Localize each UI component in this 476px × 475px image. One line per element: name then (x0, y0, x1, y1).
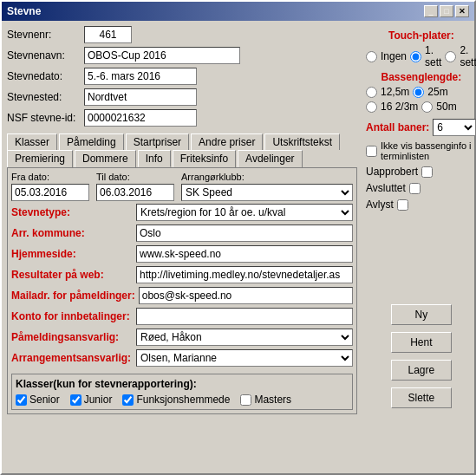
main-content: Stevnenr: Stevnenavn: Stevnedato: Stevne… (2, 21, 474, 473)
buttons-col: Ny Hent Lagre Slette (362, 218, 476, 408)
touch-ingen-radio[interactable] (366, 51, 377, 62)
ny-button[interactable]: Ny (391, 304, 452, 325)
nsfid-label: NSF stevne-id: (7, 112, 81, 124)
basseng-50-label: 50m (436, 101, 456, 113)
info-content: Fra dato: Til dato: Arrangørklubb: SK S (11, 172, 353, 410)
fra-dato-group: Fra dato: (11, 172, 89, 201)
tab-premiering[interactable]: Premiering (7, 150, 73, 167)
tab-klasser[interactable]: Klasser (7, 133, 57, 150)
klasser-junior-text: Junior (84, 394, 113, 406)
antall-baner-label: Antall baner: (366, 121, 429, 133)
touch-ingen-label: Ingen (381, 50, 407, 62)
basseng-row-2: 16 2/3m 50m (366, 101, 476, 113)
touch-ett-sett-radio[interactable] (410, 51, 421, 62)
arrangement-ansvarlig-label: Arrangementsansvarlig: (11, 352, 133, 364)
klasser-masters-checkbox[interactable] (240, 394, 251, 406)
klasser-checkboxes: Senior Junior Funksjonshemmede (16, 394, 349, 406)
fra-dato-input[interactable] (11, 184, 89, 201)
klasser-junior-checkbox[interactable] (70, 394, 82, 406)
hjemmeside-row: Hjemmeside: (11, 245, 353, 263)
stevnedato-label: Stevnedato: (7, 70, 81, 82)
til-dato-input[interactable] (96, 184, 174, 201)
arr-kommune-row: Arr. kommune: (11, 224, 353, 242)
resultater-label: Resultater på web: (11, 269, 133, 281)
pamelding-ansvarlig-label: Påmeldingsansvarlig: (11, 331, 133, 343)
pamelding-ansvarlig-row: Påmeldingsansvarlig: Røed, Håkon (11, 329, 353, 346)
left-panel: Stevnenr: Stevnenavn: Stevnedato: Stevne… (7, 26, 357, 468)
basseng-162-radio[interactable] (366, 101, 377, 113)
uapprobert-checkbox[interactable] (421, 166, 433, 178)
close-button[interactable]: ✕ (455, 5, 469, 17)
uapprobert-row: Uapprobert (366, 166, 476, 178)
lagre-button[interactable]: Lagre (391, 360, 452, 381)
tabs-container: Klasser Påmelding Startpriser Andre pris… (7, 133, 357, 414)
fra-dato-label: Fra dato: (11, 172, 89, 182)
konto-label: Konto for innbetalinger: (11, 310, 133, 322)
basseng-25-label: 25m (427, 86, 447, 98)
klasser-senior-checkbox[interactable] (16, 394, 27, 406)
date-row: Fra dato: Til dato: Arrangørklubb: SK S (11, 172, 353, 201)
avlyst-row: Avlyst (366, 198, 476, 211)
mailadr-label: Mailadr. for påmeldinger: (11, 290, 135, 302)
klasser-section: Klasser(kun for stevnerapportering): Sen… (11, 374, 353, 410)
arrangement-ansvarlig-select[interactable]: Olsen, Marianne (136, 349, 353, 367)
klasser-junior-label[interactable]: Junior (70, 394, 113, 406)
arrangorklubb-select[interactable]: SK Speed (181, 184, 353, 201)
tab-utskriftstekst[interactable]: Utskriftstekst (264, 133, 340, 150)
basseng-125-radio[interactable] (366, 87, 377, 98)
touch-plater-label: Touch-plater: (366, 29, 476, 42)
hjemmeside-input[interactable] (136, 245, 353, 263)
konto-input[interactable] (136, 308, 353, 325)
nsfid-row: NSF stevne-id: (7, 109, 357, 127)
title-bar-buttons: _ □ ✕ (424, 5, 469, 17)
maximize-button[interactable]: □ (440, 5, 453, 17)
avlyst-checkbox[interactable] (397, 199, 408, 211)
window-title: Stevne (7, 5, 41, 17)
antall-baner-select[interactable]: 6 8 10 (433, 119, 476, 136)
touch-to-sett-radio[interactable] (445, 51, 456, 62)
ikke-vis-label: Ikke vis bassenginfo i terminlisten (381, 140, 476, 161)
tab-dommere[interactable]: Dommere (75, 150, 136, 167)
basseng-50-radio[interactable] (421, 101, 433, 113)
hent-button[interactable]: Hent (391, 332, 452, 353)
avsluttet-checkbox[interactable] (409, 183, 421, 194)
mailadr-input[interactable] (139, 287, 353, 304)
klasser-masters-label[interactable]: Masters (240, 394, 291, 406)
avlyst-label: Avlyst (366, 198, 394, 211)
klasser-senior-label[interactable]: Senior (16, 394, 60, 406)
tab-andre-priser[interactable]: Andre priser (191, 133, 263, 150)
tab-avdelinger[interactable]: Avdelinger (238, 150, 302, 167)
right-top: Touch-plater: Ingen 1. sett 2. sett Bass… (362, 26, 476, 214)
antall-baner-row: Antall baner: 6 8 10 (366, 119, 476, 136)
minimize-button[interactable]: _ (424, 5, 438, 17)
avsluttet-label: Avsluttet (366, 182, 406, 194)
pamelding-ansvarlig-select[interactable]: Røed, Håkon (136, 329, 353, 346)
stevnedato-input[interactable] (84, 68, 197, 85)
arrangorklubb-label: Arrangørklubb: (181, 172, 353, 182)
til-dato-group: Til dato: (96, 172, 174, 201)
tab-startpriser[interactable]: Startpriser (126, 133, 189, 150)
klasser-funksjonshemmede-text: Funksjonshemmede (136, 394, 230, 406)
tab-pamelding[interactable]: Påmelding (59, 133, 124, 150)
klasser-funksjonshemmede-label[interactable]: Funksjonshemmede (122, 394, 230, 406)
stevnetype-select[interactable]: Krets/region for 10 år oe. u/kval (136, 204, 353, 221)
basseng-25-radio[interactable] (413, 87, 424, 98)
arr-kommune-input[interactable] (136, 224, 353, 242)
tab-info[interactable]: Info (138, 150, 171, 167)
stevnenr-input[interactable] (84, 26, 132, 43)
stevnested-label: Stevnested: (7, 91, 81, 103)
touch-ett-sett-label: 1. sett (425, 44, 441, 68)
slette-button[interactable]: Slette (391, 387, 452, 408)
title-bar: Stevne _ □ ✕ (2, 2, 474, 21)
stevnenavn-input[interactable] (84, 47, 240, 64)
tab-friteksinfo[interactable]: Friteksinfo (173, 150, 236, 167)
stevnested-input[interactable] (84, 88, 197, 106)
arrangorklubb-group: Arrangørklubb: SK Speed (181, 172, 353, 201)
nsfid-input[interactable] (84, 109, 197, 127)
resultater-input[interactable] (136, 266, 353, 283)
til-dato-label: Til dato: (96, 172, 174, 182)
klasser-title: Klasser(kun for stevnerapportering): (16, 378, 349, 390)
ikke-vis-checkbox[interactable] (366, 146, 377, 157)
tabs-row-2: Premiering Dommere Info Friteksinfo Avde… (7, 150, 357, 167)
klasser-funksjonshemmede-checkbox[interactable] (122, 394, 134, 406)
